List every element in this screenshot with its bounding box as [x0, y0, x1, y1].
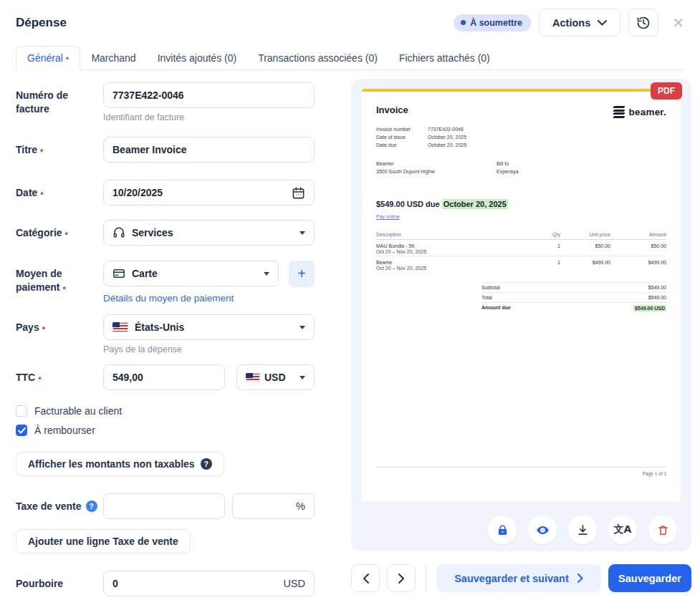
- history-icon: [636, 16, 651, 30]
- invoice-number-input[interactable]: 7737E422-0046: [103, 82, 315, 108]
- invoice-title: Invoice: [376, 105, 408, 115]
- tab-fichiers-label: Fichiers attachés (0): [399, 52, 490, 64]
- ttc-currency-value: USD: [264, 372, 286, 383]
- status-badge-label: À soumettre: [470, 18, 522, 28]
- previous-button[interactable]: [351, 564, 380, 592]
- reimbursable-checkbox[interactable]: [16, 425, 27, 436]
- item-unit: $499.00: [560, 260, 610, 271]
- pay-online-link[interactable]: Pay online: [376, 214, 400, 219]
- country-select[interactable]: États-Unis: [103, 314, 315, 340]
- page-title: Dépense: [16, 16, 67, 30]
- col-description: Description: [376, 232, 533, 237]
- tab-fichiers[interactable]: Fichiers attachés (0): [388, 47, 501, 69]
- tab-transactions[interactable]: Transactions associées (0): [247, 47, 388, 69]
- calendar-icon[interactable]: [292, 186, 305, 200]
- tab-invites[interactable]: Invités ajoutés (0): [147, 47, 248, 69]
- title-input[interactable]: Beamer Invoice: [103, 137, 315, 163]
- item-period: Oct 20 – Nov 20, 2025: [376, 266, 533, 271]
- lock-button[interactable]: [488, 516, 517, 544]
- headphones-icon: [112, 226, 125, 239]
- document-preview-panel: PDF Invoice beamer. Invoice number7737E4…: [351, 79, 691, 551]
- show-non-taxable-button[interactable]: Afficher les montants non taxables ?: [16, 452, 224, 476]
- from-address: 3500 South Dupont Highw: [376, 168, 497, 175]
- tab-general[interactable]: Général: [16, 46, 80, 70]
- payment-method-details-link[interactable]: Détails du moyen de paiement: [103, 293, 234, 304]
- actions-button-label: Actions: [552, 17, 590, 29]
- reimbursable-label: À rembourser: [34, 425, 95, 436]
- sales-tax-label-text: Taxe de vente: [16, 500, 82, 513]
- beamer-logo-text: beamer.: [629, 107, 666, 117]
- date-label-text: Date: [16, 187, 37, 198]
- tab-transactions-label: Transactions associées (0): [258, 52, 378, 64]
- translate-button[interactable]: 文A: [608, 516, 637, 544]
- payment-method-label-text: Moyen de paiement: [16, 268, 62, 293]
- item-period: Oct 20 – Nov 20, 2025: [376, 249, 533, 254]
- sales-tax-amount-input[interactable]: [103, 493, 225, 519]
- history-button[interactable]: [628, 9, 658, 37]
- close-icon[interactable]: ✕: [672, 16, 684, 30]
- due-prefix: $549.00 USD due: [376, 200, 442, 208]
- pdf-badge: PDF: [651, 82, 682, 100]
- ttc-label-text: TTC: [16, 372, 35, 383]
- item-amount: $499.00: [610, 260, 666, 271]
- status-badge: À soumettre: [454, 14, 531, 32]
- date-input[interactable]: 10/20/2025: [103, 180, 315, 205]
- due-date-highlight: October 20, 2025: [442, 199, 508, 209]
- save-and-next-label: Sauvegarder et suivant: [454, 573, 569, 584]
- tab-marchand[interactable]: Marchand: [80, 47, 146, 69]
- category-select[interactable]: Services: [103, 220, 315, 246]
- payment-method-select[interactable]: Carte: [103, 261, 279, 286]
- save-and-next-button[interactable]: Sauvegarder et suivant: [436, 564, 601, 592]
- caret-down-icon: [299, 326, 305, 329]
- page-indicator: Page 1 of 1: [376, 471, 666, 490]
- line-item-row: MAU Bundle - 5K Oct 20 – Nov 20, 2025 1 …: [376, 240, 666, 256]
- next-button[interactable]: [387, 564, 416, 592]
- invoice-line-items: Description Qty Unit price Amount MAU Bu…: [376, 232, 666, 272]
- item-qty: 1: [533, 243, 560, 254]
- ttc-label: TTC: [16, 364, 103, 390]
- us-flag-icon: [246, 373, 260, 382]
- caret-down-icon: [299, 231, 305, 235]
- delete-button[interactable]: [648, 516, 677, 544]
- invoice-number-helper: Identifiant de facture: [103, 112, 315, 122]
- col-qty: Qty: [533, 232, 560, 237]
- meta-value: 7737E422-0046: [428, 126, 464, 134]
- preview-toolbar: 文A: [351, 516, 691, 544]
- sales-tax-percent-input[interactable]: %: [232, 493, 315, 519]
- line-item-row: Beame Oct 20 – Nov 20, 2025 1 $499.00 $4…: [376, 256, 666, 272]
- billable-checkbox[interactable]: [16, 405, 27, 417]
- caret-down-icon: [299, 376, 305, 379]
- translate-icon: 文A: [614, 523, 632, 536]
- country-value: États-Unis: [135, 321, 184, 333]
- title-value: Beamer Invoice: [112, 144, 187, 155]
- invoice-number-label: Numéro de facture: [16, 82, 103, 122]
- actions-button[interactable]: Actions: [539, 9, 620, 37]
- tip-currency: USD: [283, 578, 305, 589]
- invoice-footer-divider: [376, 467, 666, 468]
- save-button[interactable]: Sauvegarder: [608, 564, 691, 592]
- invoice-bill-to: Bill to Expensya: [497, 160, 519, 175]
- ttc-amount-input[interactable]: 549,00: [103, 364, 225, 390]
- reimbursable-checkbox-row[interactable]: À rembourser: [16, 425, 320, 436]
- tip-input[interactable]: 0 USD: [103, 571, 315, 596]
- ttc-currency-select[interactable]: USD: [236, 364, 315, 390]
- add-sales-tax-line-button[interactable]: Ajouter une ligne Taxe de vente: [16, 529, 191, 553]
- beamer-logo-icon: [613, 106, 625, 117]
- item-desc: Beame: [376, 260, 392, 265]
- download-button[interactable]: [568, 516, 597, 544]
- bill-to-name: Expensya: [497, 168, 519, 175]
- bill-to-label: Bill to: [497, 160, 519, 168]
- category-value: Services: [132, 227, 173, 238]
- help-icon[interactable]: ?: [86, 500, 97, 512]
- country-label: Pays: [16, 314, 103, 354]
- billable-checkbox-row[interactable]: Facturable au client: [16, 405, 320, 417]
- add-payment-method-button[interactable]: +: [289, 261, 315, 287]
- item-amount: $50.00: [610, 243, 666, 254]
- show-non-taxable-label: Afficher les montants non taxables: [28, 458, 195, 470]
- dialog-header: Dépense À soumettre Actions ✕: [0, 0, 700, 44]
- meta-value: October 20, 2025: [428, 134, 466, 142]
- tab-general-label: Général: [27, 52, 63, 64]
- subtotal-value: $549.00: [648, 285, 666, 290]
- amount-due-headline: $549.00 USD due October 20, 2025: [376, 200, 666, 208]
- preview-eye-button[interactable]: [528, 516, 557, 544]
